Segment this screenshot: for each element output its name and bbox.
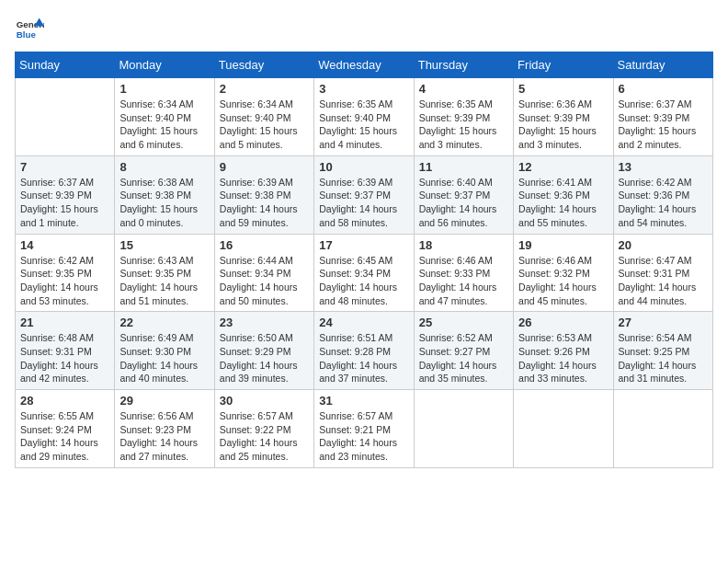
calendar-cell: 28Sunrise: 6:55 AMSunset: 9:24 PMDayligh… <box>16 390 115 468</box>
day-info: Sunrise: 6:39 AMSunset: 9:38 PMDaylight:… <box>220 176 309 230</box>
day-number: 25 <box>419 316 508 329</box>
day-number: 30 <box>220 394 309 408</box>
day-info: Sunrise: 6:52 AMSunset: 9:27 PMDaylight:… <box>419 331 508 385</box>
calendar-cell: 21Sunrise: 6:48 AMSunset: 9:31 PMDayligh… <box>16 312 115 390</box>
day-info: Sunrise: 6:43 AMSunset: 9:35 PMDaylight:… <box>119 254 209 308</box>
calendar-cell <box>613 390 712 468</box>
day-info: Sunrise: 6:57 AMSunset: 9:21 PMDaylight:… <box>319 409 408 464</box>
calendar-cell: 30Sunrise: 6:57 AMSunset: 9:22 PMDayligh… <box>214 390 313 468</box>
day-info: Sunrise: 6:34 AMSunset: 9:40 PMDaylight:… <box>220 98 309 152</box>
day-info: Sunrise: 6:41 AMSunset: 9:36 PMDaylight:… <box>518 176 608 230</box>
calendar-cell: 15Sunrise: 6:43 AMSunset: 9:35 PMDayligh… <box>115 234 214 312</box>
day-number: 5 <box>518 82 608 96</box>
calendar-cell: 22Sunrise: 6:49 AMSunset: 9:30 PMDayligh… <box>115 312 214 390</box>
day-info: Sunrise: 6:35 AMSunset: 9:39 PMDaylight:… <box>419 98 508 152</box>
calendar-week-row: 28Sunrise: 6:55 AMSunset: 9:24 PMDayligh… <box>16 390 713 468</box>
calendar-cell: 1Sunrise: 6:34 AMSunset: 9:40 PMDaylight… <box>115 78 214 156</box>
day-number: 9 <box>220 160 309 174</box>
day-info: Sunrise: 6:45 AMSunset: 9:34 PMDaylight:… <box>319 254 408 308</box>
day-info: Sunrise: 6:36 AMSunset: 9:39 PMDaylight:… <box>518 98 608 152</box>
calendar-cell <box>16 78 115 156</box>
day-number: 6 <box>619 82 708 96</box>
day-number: 11 <box>419 160 508 174</box>
calendar-cell: 31Sunrise: 6:57 AMSunset: 9:21 PMDayligh… <box>314 390 414 468</box>
calendar-cell: 5Sunrise: 6:36 AMSunset: 9:39 PMDaylight… <box>514 78 613 156</box>
day-info: Sunrise: 6:40 AMSunset: 9:37 PMDaylight:… <box>419 176 508 230</box>
day-number: 2 <box>220 82 309 96</box>
day-info: Sunrise: 6:54 AMSunset: 9:25 PMDaylight:… <box>619 331 708 385</box>
calendar-cell: 17Sunrise: 6:45 AMSunset: 9:34 PMDayligh… <box>314 234 414 312</box>
day-number: 14 <box>20 238 109 252</box>
day-number: 29 <box>119 394 209 408</box>
calendar-cell: 27Sunrise: 6:54 AMSunset: 9:25 PMDayligh… <box>613 312 712 390</box>
day-info: Sunrise: 6:42 AMSunset: 9:36 PMDaylight:… <box>619 176 708 230</box>
day-info: Sunrise: 6:46 AMSunset: 9:32 PMDaylight:… <box>518 254 608 308</box>
day-number: 24 <box>319 316 408 329</box>
weekday-header-sunday: Sunday <box>16 52 115 78</box>
day-number: 17 <box>319 238 408 252</box>
day-info: Sunrise: 6:37 AMSunset: 9:39 PMDaylight:… <box>20 176 109 230</box>
day-info: Sunrise: 6:42 AMSunset: 9:35 PMDaylight:… <box>20 254 109 308</box>
day-number: 20 <box>619 238 708 252</box>
calendar-cell: 11Sunrise: 6:40 AMSunset: 9:37 PMDayligh… <box>414 155 513 234</box>
calendar-cell: 4Sunrise: 6:35 AMSunset: 9:39 PMDaylight… <box>414 78 513 156</box>
calendar-cell: 9Sunrise: 6:39 AMSunset: 9:38 PMDaylight… <box>214 155 313 234</box>
calendar-week-row: 21Sunrise: 6:48 AMSunset: 9:31 PMDayligh… <box>16 312 713 390</box>
weekday-header-row: SundayMondayTuesdayWednesdayThursdayFrid… <box>16 52 713 78</box>
weekday-header-tuesday: Tuesday <box>214 52 313 78</box>
calendar-cell: 14Sunrise: 6:42 AMSunset: 9:35 PMDayligh… <box>16 234 115 312</box>
day-info: Sunrise: 6:35 AMSunset: 9:40 PMDaylight:… <box>319 98 408 152</box>
day-number: 23 <box>220 316 309 329</box>
weekday-header-friday: Friday <box>514 52 613 78</box>
calendar-cell: 20Sunrise: 6:47 AMSunset: 9:31 PMDayligh… <box>613 234 712 312</box>
day-number: 26 <box>518 316 608 329</box>
day-info: Sunrise: 6:53 AMSunset: 9:26 PMDaylight:… <box>518 331 608 385</box>
day-info: Sunrise: 6:51 AMSunset: 9:28 PMDaylight:… <box>319 331 408 385</box>
day-info: Sunrise: 6:57 AMSunset: 9:22 PMDaylight:… <box>220 409 309 464</box>
day-number: 15 <box>119 238 209 252</box>
day-info: Sunrise: 6:46 AMSunset: 9:33 PMDaylight:… <box>419 254 508 308</box>
day-number: 22 <box>119 316 209 329</box>
day-info: Sunrise: 6:47 AMSunset: 9:31 PMDaylight:… <box>619 254 708 308</box>
day-info: Sunrise: 6:50 AMSunset: 9:29 PMDaylight:… <box>220 331 309 385</box>
day-number: 13 <box>619 160 708 174</box>
day-number: 12 <box>518 160 608 174</box>
day-info: Sunrise: 6:48 AMSunset: 9:31 PMDaylight:… <box>20 331 109 385</box>
logo: General Blue <box>15 15 44 44</box>
weekday-header-saturday: Saturday <box>613 52 712 78</box>
calendar-cell: 6Sunrise: 6:37 AMSunset: 9:39 PMDaylight… <box>613 78 712 156</box>
day-info: Sunrise: 6:34 AMSunset: 9:40 PMDaylight:… <box>119 98 209 152</box>
day-info: Sunrise: 6:55 AMSunset: 9:24 PMDaylight:… <box>20 409 109 464</box>
logo-icon: General Blue <box>15 15 44 44</box>
calendar-cell: 26Sunrise: 6:53 AMSunset: 9:26 PMDayligh… <box>514 312 613 390</box>
day-info: Sunrise: 6:49 AMSunset: 9:30 PMDaylight:… <box>119 331 209 385</box>
day-number: 31 <box>319 394 408 408</box>
calendar-cell: 7Sunrise: 6:37 AMSunset: 9:39 PMDaylight… <box>16 155 115 234</box>
calendar-cell: 19Sunrise: 6:46 AMSunset: 9:32 PMDayligh… <box>514 234 613 312</box>
calendar-cell <box>514 390 613 468</box>
calendar-week-row: 7Sunrise: 6:37 AMSunset: 9:39 PMDaylight… <box>16 155 713 234</box>
day-info: Sunrise: 6:37 AMSunset: 9:39 PMDaylight:… <box>619 98 708 152</box>
weekday-header-thursday: Thursday <box>414 52 513 78</box>
day-number: 7 <box>20 160 109 174</box>
calendar-cell: 29Sunrise: 6:56 AMSunset: 9:23 PMDayligh… <box>115 390 214 468</box>
calendar-cell: 16Sunrise: 6:44 AMSunset: 9:34 PMDayligh… <box>214 234 313 312</box>
calendar-cell: 24Sunrise: 6:51 AMSunset: 9:28 PMDayligh… <box>314 312 414 390</box>
calendar-week-row: 14Sunrise: 6:42 AMSunset: 9:35 PMDayligh… <box>16 234 713 312</box>
day-number: 19 <box>518 238 608 252</box>
day-number: 21 <box>20 316 109 329</box>
calendar-cell: 23Sunrise: 6:50 AMSunset: 9:29 PMDayligh… <box>214 312 313 390</box>
calendar-cell: 3Sunrise: 6:35 AMSunset: 9:40 PMDaylight… <box>314 78 414 156</box>
day-number: 4 <box>419 82 508 96</box>
day-info: Sunrise: 6:39 AMSunset: 9:37 PMDaylight:… <box>319 176 408 230</box>
day-number: 27 <box>619 316 708 329</box>
day-number: 1 <box>119 82 209 96</box>
calendar-cell: 18Sunrise: 6:46 AMSunset: 9:33 PMDayligh… <box>414 234 513 312</box>
page-header: General Blue <box>15 15 713 44</box>
calendar-cell: 2Sunrise: 6:34 AMSunset: 9:40 PMDaylight… <box>214 78 313 156</box>
svg-text:Blue: Blue <box>17 29 37 40</box>
day-number: 8 <box>119 160 209 174</box>
calendar-cell <box>414 390 513 468</box>
day-number: 10 <box>319 160 408 174</box>
calendar-cell: 13Sunrise: 6:42 AMSunset: 9:36 PMDayligh… <box>613 155 712 234</box>
